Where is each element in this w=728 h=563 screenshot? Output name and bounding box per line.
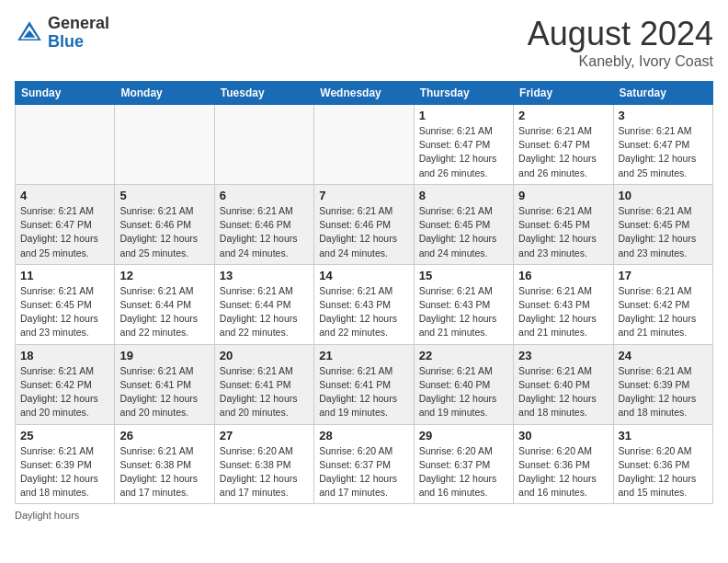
day-info: Sunrise: 6:21 AM Sunset: 6:44 PM Dayligh… <box>119 284 209 340</box>
day-number: 17 <box>619 269 708 282</box>
day-info: Sunrise: 6:20 AM Sunset: 6:38 PM Dayligh… <box>220 444 309 500</box>
calendar-cell: 11Sunrise: 6:21 AM Sunset: 6:45 PM Dayli… <box>16 264 115 344</box>
calendar-cell: 3Sunrise: 6:21 AM Sunset: 6:47 PM Daylig… <box>613 105 712 185</box>
day-info: Sunrise: 6:21 AM Sunset: 6:45 PM Dayligh… <box>619 204 708 260</box>
day-info: Sunrise: 6:21 AM Sunset: 6:45 PM Dayligh… <box>20 284 109 340</box>
weekday-header-monday: Monday <box>115 82 214 105</box>
calendar-table: SundayMondayTuesdayWednesdayThursdayFrid… <box>15 81 713 504</box>
calendar-cell: 10Sunrise: 6:21 AM Sunset: 6:45 PM Dayli… <box>613 184 712 264</box>
calendar-cell <box>16 105 115 185</box>
day-number: 10 <box>619 189 708 202</box>
day-number: 16 <box>518 269 608 282</box>
day-number: 27 <box>220 429 309 442</box>
day-info: Sunrise: 6:20 AM Sunset: 6:37 PM Dayligh… <box>419 444 508 500</box>
title-block: August 2024 Kanebly, Ivory Coast <box>528 15 713 70</box>
calendar-week-row: 25Sunrise: 6:21 AM Sunset: 6:39 PM Dayli… <box>16 424 713 504</box>
day-info: Sunrise: 6:21 AM Sunset: 6:43 PM Dayligh… <box>319 284 408 340</box>
day-number: 6 <box>220 189 309 202</box>
calendar-cell <box>214 105 313 185</box>
day-info: Sunrise: 6:21 AM Sunset: 6:41 PM Dayligh… <box>220 364 309 420</box>
calendar-cell: 13Sunrise: 6:21 AM Sunset: 6:44 PM Dayli… <box>214 264 313 344</box>
calendar-cell: 19Sunrise: 6:21 AM Sunset: 6:41 PM Dayli… <box>115 344 214 424</box>
calendar-week-row: 11Sunrise: 6:21 AM Sunset: 6:45 PM Dayli… <box>16 264 713 344</box>
day-info: Sunrise: 6:21 AM Sunset: 6:42 PM Dayligh… <box>619 284 708 340</box>
day-number: 3 <box>619 109 708 122</box>
day-number: 20 <box>220 349 309 362</box>
calendar-cell: 7Sunrise: 6:21 AM Sunset: 6:46 PM Daylig… <box>314 184 414 264</box>
day-info: Sunrise: 6:21 AM Sunset: 6:44 PM Dayligh… <box>220 284 309 340</box>
day-info: Sunrise: 6:20 AM Sunset: 6:36 PM Dayligh… <box>619 444 708 500</box>
day-number: 24 <box>619 349 708 362</box>
day-info: Sunrise: 6:21 AM Sunset: 6:47 PM Dayligh… <box>20 204 109 260</box>
calendar-cell: 17Sunrise: 6:21 AM Sunset: 6:42 PM Dayli… <box>613 264 712 344</box>
day-info: Sunrise: 6:21 AM Sunset: 6:38 PM Dayligh… <box>119 444 209 500</box>
calendar-week-row: 18Sunrise: 6:21 AM Sunset: 6:42 PM Dayli… <box>16 344 713 424</box>
calendar-cell: 20Sunrise: 6:21 AM Sunset: 6:41 PM Dayli… <box>214 344 313 424</box>
calendar-cell: 30Sunrise: 6:20 AM Sunset: 6:36 PM Dayli… <box>514 424 613 504</box>
weekday-header-friday: Friday <box>514 82 613 105</box>
calendar-cell: 8Sunrise: 6:21 AM Sunset: 6:45 PM Daylig… <box>414 184 513 264</box>
calendar-cell <box>314 105 414 185</box>
calendar-cell: 16Sunrise: 6:21 AM Sunset: 6:43 PM Dayli… <box>514 264 613 344</box>
day-number: 21 <box>319 349 408 362</box>
day-info: Sunrise: 6:21 AM Sunset: 6:43 PM Dayligh… <box>419 284 508 340</box>
day-info: Sunrise: 6:21 AM Sunset: 6:41 PM Dayligh… <box>119 364 209 420</box>
day-number: 7 <box>319 189 408 202</box>
calendar-cell: 18Sunrise: 6:21 AM Sunset: 6:42 PM Dayli… <box>16 344 115 424</box>
calendar-cell: 12Sunrise: 6:21 AM Sunset: 6:44 PM Dayli… <box>115 264 214 344</box>
day-info: Sunrise: 6:21 AM Sunset: 6:47 PM Dayligh… <box>619 124 708 180</box>
calendar-cell: 21Sunrise: 6:21 AM Sunset: 6:41 PM Dayli… <box>314 344 414 424</box>
calendar-cell: 28Sunrise: 6:20 AM Sunset: 6:37 PM Dayli… <box>314 424 414 504</box>
calendar-cell: 31Sunrise: 6:20 AM Sunset: 6:36 PM Dayli… <box>613 424 712 504</box>
calendar-week-row: 1Sunrise: 6:21 AM Sunset: 6:47 PM Daylig… <box>16 105 713 185</box>
day-number: 4 <box>20 189 109 202</box>
calendar-cell: 4Sunrise: 6:21 AM Sunset: 6:47 PM Daylig… <box>16 184 115 264</box>
day-info: Sunrise: 6:21 AM Sunset: 6:40 PM Dayligh… <box>518 364 608 420</box>
logo-blue-text: Blue <box>48 33 109 52</box>
day-number: 31 <box>619 429 708 442</box>
day-number: 14 <box>319 269 408 282</box>
day-number: 2 <box>518 109 608 122</box>
day-info: Sunrise: 6:21 AM Sunset: 6:46 PM Dayligh… <box>319 204 408 260</box>
weekday-header-thursday: Thursday <box>414 82 513 105</box>
day-number: 8 <box>419 189 508 202</box>
day-info: Sunrise: 6:21 AM Sunset: 6:46 PM Dayligh… <box>119 204 209 260</box>
day-number: 29 <box>419 429 508 442</box>
day-info: Sunrise: 6:20 AM Sunset: 6:36 PM Dayligh… <box>518 444 608 500</box>
day-number: 13 <box>220 269 309 282</box>
day-number: 22 <box>419 349 508 362</box>
calendar-cell: 25Sunrise: 6:21 AM Sunset: 6:39 PM Dayli… <box>16 424 115 504</box>
day-number: 26 <box>119 429 209 442</box>
calendar-cell <box>115 105 214 185</box>
day-number: 19 <box>119 349 209 362</box>
day-info: Sunrise: 6:21 AM Sunset: 6:47 PM Dayligh… <box>518 124 608 180</box>
logo-icon <box>15 18 44 48</box>
weekday-header-saturday: Saturday <box>613 82 712 105</box>
day-info: Sunrise: 6:21 AM Sunset: 6:47 PM Dayligh… <box>419 124 508 180</box>
calendar-cell: 24Sunrise: 6:21 AM Sunset: 6:39 PM Dayli… <box>613 344 712 424</box>
calendar-cell: 2Sunrise: 6:21 AM Sunset: 6:47 PM Daylig… <box>514 105 613 185</box>
calendar-cell: 26Sunrise: 6:21 AM Sunset: 6:38 PM Dayli… <box>115 424 214 504</box>
calendar-cell: 6Sunrise: 6:21 AM Sunset: 6:46 PM Daylig… <box>214 184 313 264</box>
calendar-cell: 23Sunrise: 6:21 AM Sunset: 6:40 PM Dayli… <box>514 344 613 424</box>
logo-general-text: General <box>48 15 109 33</box>
day-number: 30 <box>518 429 608 442</box>
location-subtitle: Kanebly, Ivory Coast <box>528 53 713 70</box>
calendar-cell: 27Sunrise: 6:20 AM Sunset: 6:38 PM Dayli… <box>214 424 313 504</box>
weekday-header-wednesday: Wednesday <box>314 82 414 105</box>
calendar-cell: 9Sunrise: 6:21 AM Sunset: 6:45 PM Daylig… <box>514 184 613 264</box>
day-info: Sunrise: 6:20 AM Sunset: 6:37 PM Dayligh… <box>319 444 408 500</box>
weekday-header-sunday: Sunday <box>16 82 115 105</box>
day-info: Sunrise: 6:21 AM Sunset: 6:45 PM Dayligh… <box>518 204 608 260</box>
day-info: Sunrise: 6:21 AM Sunset: 6:42 PM Dayligh… <box>20 364 109 420</box>
weekday-header-tuesday: Tuesday <box>214 82 313 105</box>
day-number: 15 <box>419 269 508 282</box>
day-info: Sunrise: 6:21 AM Sunset: 6:45 PM Dayligh… <box>419 204 508 260</box>
day-number: 9 <box>518 189 608 202</box>
calendar-week-row: 4Sunrise: 6:21 AM Sunset: 6:47 PM Daylig… <box>16 184 713 264</box>
logo-text: General Blue <box>48 15 109 52</box>
calendar-cell: 1Sunrise: 6:21 AM Sunset: 6:47 PM Daylig… <box>414 105 513 185</box>
day-info: Sunrise: 6:21 AM Sunset: 6:46 PM Dayligh… <box>220 204 309 260</box>
calendar-cell: 29Sunrise: 6:20 AM Sunset: 6:37 PM Dayli… <box>414 424 513 504</box>
day-info: Sunrise: 6:21 AM Sunset: 6:41 PM Dayligh… <box>319 364 408 420</box>
